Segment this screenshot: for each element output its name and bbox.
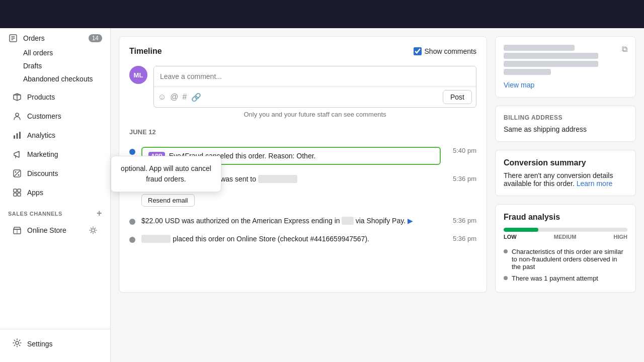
sub-nav-drafts[interactable]: Drafts [23, 59, 110, 72]
show-comments-label: Show comments [425, 47, 476, 55]
resend-email-button[interactable]: Resend email [141, 194, 195, 207]
avatar: ML [129, 66, 147, 84]
comment-box: ML ☺ @ # 🔗 Post [129, 66, 476, 118]
sidebar: Orders 14 All orders Drafts Abandoned ch… [0, 28, 111, 362]
tooltip-text: optional. App will auto cancel fraud ord… [121, 164, 211, 183]
event-dot [129, 149, 135, 155]
copy-icon[interactable]: ⧉ [622, 45, 627, 54]
sidebar-item-discounts[interactable]: Discounts [4, 164, 106, 183]
show-comments-toggle[interactable]: Show comments [414, 47, 476, 55]
svg-point-10 [15, 171, 17, 173]
settings-nav-item[interactable]: Settings [4, 334, 106, 353]
orders-icon [8, 33, 18, 43]
svg-rect-8 [17, 133, 18, 139]
customers-label: Customers [27, 112, 98, 120]
analytics-label: Analytics [27, 131, 98, 139]
customers-icon [12, 111, 22, 121]
event-time: 5:36 pm [447, 217, 476, 224]
view-map-link[interactable]: View map [504, 81, 627, 89]
online-store-settings-icon[interactable] [88, 225, 98, 235]
fraud-list-item: Characteristics of this order are simila… [504, 246, 627, 273]
payment-arrow[interactable]: ▶ [408, 217, 413, 225]
conversion-card: Conversion summary There aren't any conv… [495, 150, 636, 196]
sub-nav-abandoned[interactable]: Abandoned checkouts [23, 72, 110, 85]
sidebar-item-analytics[interactable]: Analytics [4, 126, 106, 144]
svg-point-11 [18, 174, 20, 176]
settings-icon [12, 338, 22, 349]
fraud-label-high: HIGH [614, 234, 628, 240]
fraud-label-low: LOW [504, 234, 517, 240]
blur-line [504, 61, 598, 67]
top-bar [0, 0, 644, 28]
add-sales-channel-icon[interactable]: + [97, 208, 102, 219]
billing-title: BILLING ADDRESS [504, 114, 627, 121]
comment-input[interactable] [154, 66, 476, 86]
sidebar-item-products[interactable]: Products [4, 88, 106, 106]
online-store-label: Online Store [27, 226, 83, 234]
sub-nav-all-orders[interactable]: All orders [23, 46, 110, 59]
placed-order-text: placed this order on Online Store (check… [173, 235, 369, 243]
event-time: 5:36 pm [447, 175, 476, 183]
event-content: $22.00 USD was authorized on the America… [141, 217, 441, 225]
address-card: ⧉ View map [495, 36, 636, 98]
fraud-bar [504, 228, 627, 232]
sidebar-item-marketing[interactable]: Marketing [4, 145, 106, 163]
event-dot [129, 219, 135, 225]
svg-rect-9 [19, 132, 21, 139]
orders-section: Orders 14 All orders Drafts Abandoned ch… [0, 28, 110, 87]
fraud-list-item: There was 1 payment attempt [504, 273, 627, 284]
link-icon[interactable]: 🔗 [191, 93, 201, 102]
orders-nav-item[interactable]: Orders 14 [0, 30, 110, 46]
orders-badge: 14 [89, 34, 102, 42]
conversion-title: Conversion summary [504, 158, 627, 167]
sales-channels-title: SALES CHANNELS + [0, 202, 110, 221]
sidebar-item-customers[interactable]: Customers [4, 107, 106, 125]
blurred-email [258, 175, 297, 183]
sidebar-bottom: Settings [0, 329, 110, 354]
fraud-card: Fraud analysis LOW MEDIUM HIGH [495, 204, 636, 293]
post-button[interactable]: Post [443, 90, 472, 104]
blurred-card [342, 217, 353, 225]
blur-line [504, 69, 551, 75]
comment-input-area: ☺ @ # 🔗 Post Only you and your future st… [153, 66, 476, 118]
apps-label: Apps [27, 189, 98, 197]
timeline-event: placed this order on Online Store (check… [129, 230, 476, 248]
analytics-icon [12, 130, 22, 140]
timeline-event: $22.00 USD was authorized on the America… [129, 212, 476, 230]
fraud-bar-fill [504, 228, 538, 232]
main-content: Timeline Show comments ML [111, 28, 644, 362]
fraud-list: Characteristics of this order are simila… [504, 246, 627, 284]
timeline-header: Timeline Show comments [129, 47, 476, 56]
svg-rect-16 [14, 193, 17, 196]
store-icon [12, 225, 22, 235]
app-wrapper: Orders 14 All orders Drafts Abandoned ch… [0, 0, 644, 362]
comment-input-wrapper: ☺ @ # 🔗 Post [153, 66, 476, 108]
show-comments-checkbox[interactable] [414, 47, 422, 55]
mention-icon[interactable]: @ [170, 93, 178, 102]
event-dot [129, 237, 135, 243]
learn-more-link[interactable]: Learn more [577, 179, 613, 188]
address-blurred [504, 45, 622, 75]
sidebar-item-apps[interactable]: Apps [4, 184, 106, 202]
blur-line [504, 45, 575, 51]
payment-text: $22.00 USD was authorized on the America… [141, 217, 340, 225]
emoji-icon[interactable]: ☺ [158, 93, 166, 102]
tooltip-popup: optional. App will auto cancel fraud ord… [111, 156, 221, 192]
svg-point-21 [16, 341, 19, 344]
sidebar-item-online-store[interactable]: Online Store [4, 221, 106, 239]
comment-toolbar: ☺ @ # 🔗 Post [154, 86, 476, 107]
discounts-icon [12, 168, 22, 178]
apps-icon [12, 188, 22, 198]
svg-rect-15 [18, 189, 21, 192]
main-layout: Orders 14 All orders Drafts Abandoned ch… [0, 28, 644, 362]
timeline-title: Timeline [129, 47, 162, 56]
right-sidebar: ⧉ View map BILLING ADDRESS [495, 36, 636, 293]
blur-line [504, 53, 598, 59]
svg-rect-14 [14, 189, 17, 192]
marketing-label: Marketing [27, 150, 98, 158]
event-time: 5:36 pm [447, 235, 476, 242]
sub-nav: All orders Drafts Abandoned checkouts [0, 46, 110, 85]
marketing-icon [12, 149, 22, 159]
fraud-title: Fraud analysis [504, 213, 627, 222]
hashtag-icon[interactable]: # [183, 93, 187, 102]
